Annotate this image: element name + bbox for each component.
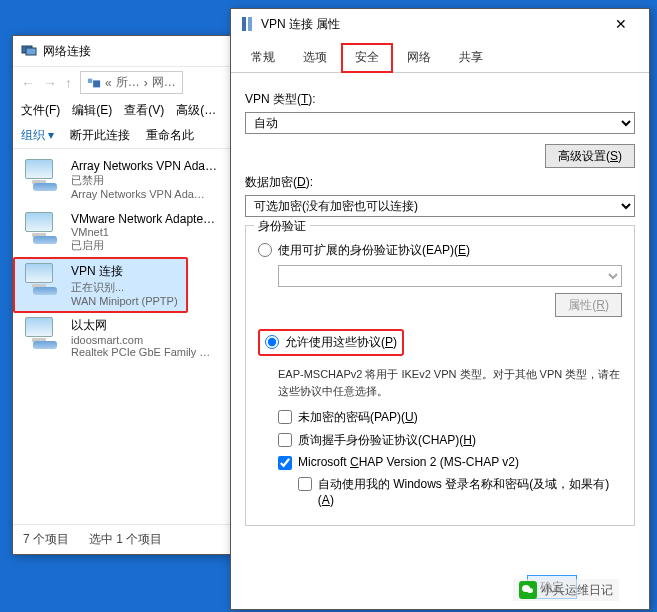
tab-share[interactable]: 共享 xyxy=(445,43,497,72)
crumb-all[interactable]: 所… xyxy=(116,74,140,91)
item-status: idoosmart.com xyxy=(71,334,210,346)
item-status: 已禁用 xyxy=(71,173,217,188)
tab-network[interactable]: 网络 xyxy=(393,43,445,72)
vpn-properties-dialog: VPN 连接 属性 ✕ 常规 选项 安全 网络 共享 VPN 类型(T): 自动… xyxy=(230,8,650,610)
titlebar[interactable]: VPN 连接 属性 ✕ xyxy=(231,9,649,39)
watermark: 小兵运维日记 xyxy=(513,579,619,601)
item-title: Array Networks VPN Ada… xyxy=(71,159,217,173)
forward-icon: → xyxy=(43,75,57,91)
svg-rect-1 xyxy=(26,48,36,55)
chk-mschap-label: Microsoft CHAP Version 2 (MS-CHAP v2) xyxy=(298,455,519,469)
chk-auto-row[interactable]: 自动使用我的 Windows 登录名称和密码(及域，如果有)(A) xyxy=(298,476,622,507)
encryption-select[interactable]: 可选加密(没有加密也可以连接) xyxy=(245,195,635,217)
svg-rect-4 xyxy=(242,17,246,31)
tab-security[interactable]: 安全 xyxy=(341,43,393,73)
close-button[interactable]: ✕ xyxy=(601,9,641,39)
security-panel: VPN 类型(T): 自动 高级设置(S) 数据加密(D): 可选加密(没有加密… xyxy=(231,73,649,538)
vpn-type-label: VPN 类型(T): xyxy=(245,91,635,108)
adapter-icon xyxy=(21,317,61,349)
chk-chap-label: 质询握手身份验证协议(CHAP)(H) xyxy=(298,432,476,449)
eap-properties-button: 属性(R) xyxy=(555,293,622,317)
item-title: VPN 连接 xyxy=(71,263,178,280)
radio-allow-label: 允许使用这些协议(P) xyxy=(285,334,397,351)
radio-eap-label: 使用可扩展的身份验证协议(EAP)(E) xyxy=(278,242,470,259)
properties-icon xyxy=(239,16,255,32)
eap-method-select xyxy=(278,265,622,287)
wechat-icon xyxy=(519,581,537,599)
item-status: 已启用 xyxy=(71,238,215,253)
radio-eap[interactable] xyxy=(258,243,272,257)
auth-group: 身份验证 使用可扩展的身份验证协议(EAP)(E) 属性(R) 允许使用这些协议… xyxy=(245,225,635,526)
vpn-type-select[interactable]: 自动 xyxy=(245,112,635,134)
tab-options[interactable]: 选项 xyxy=(289,43,341,72)
item-desc: Array Networks VPN Ada… xyxy=(71,188,217,200)
checkbox-mschap[interactable] xyxy=(278,456,292,470)
radio-allow-protocols[interactable] xyxy=(265,335,279,349)
menu-edit[interactable]: 编辑(E) xyxy=(72,102,112,119)
chk-pap-row[interactable]: 未加密的密码(PAP)(U) xyxy=(278,409,622,426)
menu-view[interactable]: 查看(V) xyxy=(124,102,164,119)
svg-rect-5 xyxy=(248,17,252,31)
svg-rect-2 xyxy=(88,78,92,82)
adapter-icon xyxy=(21,263,61,295)
chk-auto-label: 自动使用我的 Windows 登录名称和密码(及域，如果有)(A) xyxy=(318,476,622,507)
watermark-text: 小兵运维日记 xyxy=(541,582,613,599)
advanced-settings-button[interactable]: 高级设置(S) xyxy=(545,144,635,168)
chk-chap-row[interactable]: 质询握手身份验证协议(CHAP)(H) xyxy=(278,432,622,449)
radio-allow-row[interactable]: 允许使用这些协议(P) xyxy=(258,329,404,356)
crumb-net[interactable]: 网… xyxy=(152,74,176,91)
chk-pap-label: 未加密的密码(PAP)(U) xyxy=(298,409,418,426)
chk-mschap-row[interactable]: Microsoft CHAP Version 2 (MS-CHAP v2) xyxy=(278,455,622,470)
item-desc: VMnet1 xyxy=(71,226,215,238)
up-icon[interactable]: ↑ xyxy=(65,75,72,91)
tab-strip: 常规 选项 安全 网络 共享 xyxy=(231,39,649,73)
encryption-label: 数据加密(D): xyxy=(245,174,635,191)
checkbox-auto-credentials[interactable] xyxy=(298,477,312,491)
disconnect-button[interactable]: 断开此连接 xyxy=(70,127,130,144)
crumb-sep: « xyxy=(105,76,112,90)
radio-eap-row[interactable]: 使用可扩展的身份验证协议(EAP)(E) xyxy=(258,242,622,259)
dialog-title: VPN 连接 属性 xyxy=(261,16,601,33)
checkbox-chap[interactable] xyxy=(278,433,292,447)
status-count: 7 个项目 xyxy=(23,531,69,548)
svg-rect-3 xyxy=(93,80,100,87)
auth-group-title: 身份验证 xyxy=(254,218,310,235)
menu-advanced[interactable]: 高级(… xyxy=(176,102,216,119)
address-bar[interactable]: « 所… › 网… xyxy=(80,71,183,94)
folder-icon xyxy=(87,76,101,90)
item-status: 正在识别... xyxy=(71,280,178,295)
tab-general[interactable]: 常规 xyxy=(237,43,289,72)
status-selected: 选中 1 个项目 xyxy=(89,531,162,548)
protocols-description: EAP-MSCHAPv2 将用于 IKEv2 VPN 类型。对于其他 VPN 类… xyxy=(278,366,622,399)
adapter-icon xyxy=(21,159,61,191)
back-icon[interactable]: ← xyxy=(21,75,35,91)
list-item-selected[interactable]: VPN 连接 正在识别... WAN Miniport (PPTP) xyxy=(13,257,188,313)
item-title: 以太网 xyxy=(71,317,210,334)
item-title: VMware Network Adapte… xyxy=(71,212,215,226)
menu-file[interactable]: 文件(F) xyxy=(21,102,60,119)
adapter-icon xyxy=(21,212,61,244)
item-desc: Realtek PCIe GbE Family … xyxy=(71,346,210,358)
network-icon xyxy=(21,43,37,59)
checkbox-pap[interactable] xyxy=(278,410,292,424)
item-desc: WAN Miniport (PPTP) xyxy=(71,295,178,307)
organize-button[interactable]: 组织 ▾ xyxy=(21,127,54,144)
rename-button[interactable]: 重命名此 xyxy=(146,127,194,144)
